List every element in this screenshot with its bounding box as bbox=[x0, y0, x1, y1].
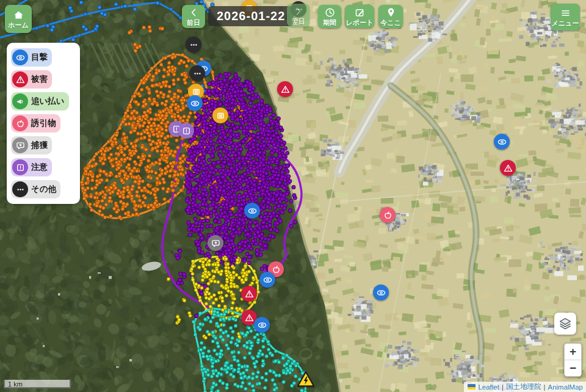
eye-icon bbox=[257, 320, 267, 330]
legend-item-other[interactable]: その他 bbox=[11, 180, 60, 198]
marker-other[interactable] bbox=[189, 65, 205, 81]
here-now-button[interactable]: 今ここ bbox=[378, 5, 403, 28]
apple-icon bbox=[383, 210, 393, 220]
warning-icon bbox=[244, 313, 255, 323]
legend-label-other: その他 bbox=[31, 184, 56, 195]
caution-icon bbox=[181, 126, 192, 136]
dots-icon bbox=[12, 181, 28, 197]
marker-sighting[interactable] bbox=[494, 134, 510, 150]
home-label: ホーム bbox=[8, 21, 29, 29]
chevron-left-icon bbox=[188, 7, 200, 18]
attribution-separator: | bbox=[543, 383, 545, 391]
map-canvas[interactable] bbox=[0, 0, 586, 392]
eye-icon bbox=[262, 275, 273, 285]
eye-icon bbox=[190, 98, 200, 109]
warning-icon bbox=[280, 84, 291, 95]
dots-icon bbox=[189, 40, 199, 50]
eye-icon bbox=[12, 49, 28, 65]
report-label: レポート bbox=[346, 19, 374, 26]
eye-icon bbox=[497, 137, 507, 147]
marker-caution[interactable] bbox=[178, 123, 194, 139]
zoom-in-button[interactable]: + bbox=[565, 344, 581, 360]
apple-icon bbox=[12, 115, 28, 131]
marker-sighting[interactable] bbox=[244, 203, 260, 219]
caution-icon bbox=[12, 159, 28, 175]
layers-control[interactable] bbox=[554, 313, 576, 335]
leaflet-link[interactable]: Leaflet bbox=[478, 383, 499, 391]
legend-label-driveaway: 追い払い bbox=[31, 96, 65, 107]
animalmap-link[interactable]: AnimalMap bbox=[548, 383, 583, 391]
zoom-control: + − bbox=[564, 343, 582, 377]
legend-item-capture[interactable]: 捕獲 bbox=[11, 136, 52, 154]
bolt-warning-icon bbox=[297, 370, 315, 388]
edit-icon bbox=[354, 7, 366, 18]
legend-label-capture: 捕獲 bbox=[31, 140, 48, 151]
legend-item-sighting[interactable]: 目撃 bbox=[11, 48, 52, 67]
speech-icon bbox=[211, 238, 221, 249]
marker-attract[interactable] bbox=[380, 207, 396, 223]
prev-day-button[interactable]: 前日 bbox=[182, 5, 205, 28]
here-now-label: 今ここ bbox=[380, 19, 401, 26]
marker-other[interactable] bbox=[186, 37, 201, 53]
menu-icon bbox=[560, 7, 571, 19]
attribution: Leaflet | 国土地理院 | AnimalMap bbox=[464, 382, 586, 392]
legend-item-driveaway[interactable]: 追い払い bbox=[11, 92, 69, 111]
current-date[interactable]: 2026-01-22 bbox=[208, 6, 294, 26]
legend-label-attract: 誘引物 bbox=[31, 118, 56, 129]
pin-icon bbox=[385, 7, 397, 18]
warning-icon bbox=[12, 71, 28, 87]
ukraine-flag-icon bbox=[468, 384, 476, 390]
menu-button[interactable]: メニュー bbox=[551, 4, 580, 31]
legend-panel: 目撃被害追い払い誘引物捕獲注意その他 bbox=[7, 43, 80, 204]
dots-icon bbox=[192, 68, 203, 79]
animal-map-app: ホーム 前日 2026-01-22 翌日 期間 レポート 今ここ メニュー 目撃… bbox=[0, 0, 586, 392]
marker-electric[interactable] bbox=[297, 370, 315, 388]
warning-icon bbox=[244, 289, 255, 299]
layers-icon bbox=[558, 316, 573, 331]
marker-damage[interactable] bbox=[277, 81, 293, 97]
eye-icon bbox=[376, 288, 386, 298]
legend-item-attract[interactable]: 誘引物 bbox=[11, 114, 60, 132]
eye-icon bbox=[247, 206, 258, 216]
legend-item-damage[interactable]: 被害 bbox=[11, 70, 52, 89]
legend-item-caution[interactable]: 注意 bbox=[11, 158, 52, 176]
scale-bar: 1 km bbox=[4, 380, 71, 388]
chevron-right-icon bbox=[292, 5, 304, 17]
megaphone-icon bbox=[12, 93, 28, 109]
period-label: 期間 bbox=[323, 19, 336, 26]
menu-label: メニュー bbox=[552, 20, 579, 27]
report-button[interactable]: レポート bbox=[345, 5, 374, 28]
speech-icon bbox=[12, 137, 28, 153]
legend-label-sighting: 目撃 bbox=[31, 52, 48, 63]
legend-label-caution: 注意 bbox=[31, 162, 48, 173]
home-icon bbox=[13, 9, 24, 21]
attribution-separator: | bbox=[502, 383, 504, 391]
zoom-out-button[interactable]: − bbox=[565, 360, 581, 376]
marker-sighting[interactable] bbox=[254, 317, 270, 333]
cage-icon bbox=[215, 111, 226, 121]
period-button[interactable]: 期間 bbox=[318, 5, 341, 28]
gsi-link[interactable]: 国土地理院 bbox=[506, 382, 541, 391]
prev-day-label: 前日 bbox=[187, 19, 200, 26]
marker-sighting[interactable] bbox=[373, 285, 389, 300]
home-button[interactable]: ホーム bbox=[5, 5, 32, 33]
next-day-label: 翌日 bbox=[292, 18, 305, 25]
clock-icon bbox=[324, 7, 336, 18]
marker-sighting[interactable] bbox=[259, 272, 275, 288]
marker-capture[interactable] bbox=[208, 235, 223, 251]
next-day-button[interactable]: 翌日 bbox=[287, 4, 309, 27]
marker-trap[interactable] bbox=[212, 107, 228, 123]
legend-label-damage: 被害 bbox=[31, 74, 48, 85]
warning-icon bbox=[503, 163, 513, 173]
marker-damage[interactable] bbox=[241, 286, 257, 302]
marker-sighting[interactable] bbox=[187, 95, 203, 111]
marker-damage[interactable] bbox=[500, 160, 516, 176]
